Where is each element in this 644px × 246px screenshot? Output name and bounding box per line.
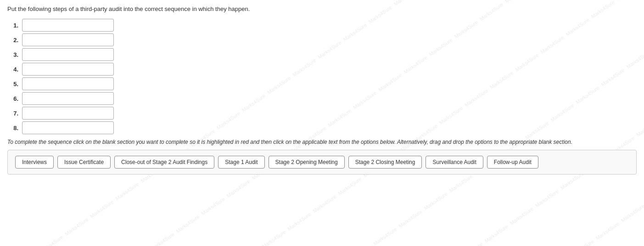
option-button-issue-certificate[interactable]: Issue Certificate (57, 156, 111, 169)
option-button-closeout-stage2[interactable]: Close-out of Stage 2 Audit Findings (114, 156, 214, 169)
sequence-number-2: 2. (7, 37, 18, 44)
option-button-surveillance-audit[interactable]: Surveillance Audit (426, 156, 483, 169)
sequence-row: 1. (7, 19, 637, 32)
option-button-stage2-opening[interactable]: Stage 2 Opening Meeting (269, 156, 345, 169)
option-button-stage2-closing[interactable]: Stage 2 Closing Meeting (348, 156, 422, 169)
sequence-row: 4. (7, 63, 637, 76)
sequence-row: 5. (7, 77, 637, 90)
sequence-row: 6. (7, 92, 637, 105)
sequence-input-8[interactable] (22, 121, 114, 134)
sequence-row: 2. (7, 33, 637, 46)
options-container: InterviewsIssue CertificateClose-out of … (7, 150, 637, 175)
sequence-row: 7. (7, 107, 637, 120)
option-button-followup-audit[interactable]: Follow-up Audit (487, 156, 538, 169)
sequence-input-4[interactable] (22, 63, 114, 76)
sequence-row: 8. (7, 121, 637, 134)
sequence-input-2[interactable] (22, 33, 114, 46)
sequence-number-8: 8. (7, 125, 18, 131)
sequence-input-5[interactable] (22, 77, 114, 90)
sequence-number-1: 1. (7, 22, 18, 29)
sequence-input-6[interactable] (22, 92, 114, 105)
completion-instruction: To complete the sequence click on the bl… (7, 139, 637, 145)
sequence-number-5: 5. (7, 81, 18, 87)
sequence-input-3[interactable] (22, 48, 114, 61)
option-button-interviews[interactable]: Interviews (15, 156, 54, 169)
option-button-stage1-audit[interactable]: Stage 1 Audit (218, 156, 264, 169)
sequence-input-7[interactable] (22, 107, 114, 120)
sequence-row: 3. (7, 48, 637, 61)
sequence-number-7: 7. (7, 110, 18, 117)
sequence-area: 1.2.3.4.5.6.7.8. (7, 19, 637, 134)
sequence-number-4: 4. (7, 66, 18, 73)
main-content: Put the following steps of a third-party… (0, 0, 644, 178)
sequence-number-6: 6. (7, 95, 18, 102)
sequence-number-3: 3. (7, 51, 18, 58)
sequence-input-1[interactable] (22, 19, 114, 32)
instruction-text: Put the following steps of a third-party… (7, 5, 637, 12)
